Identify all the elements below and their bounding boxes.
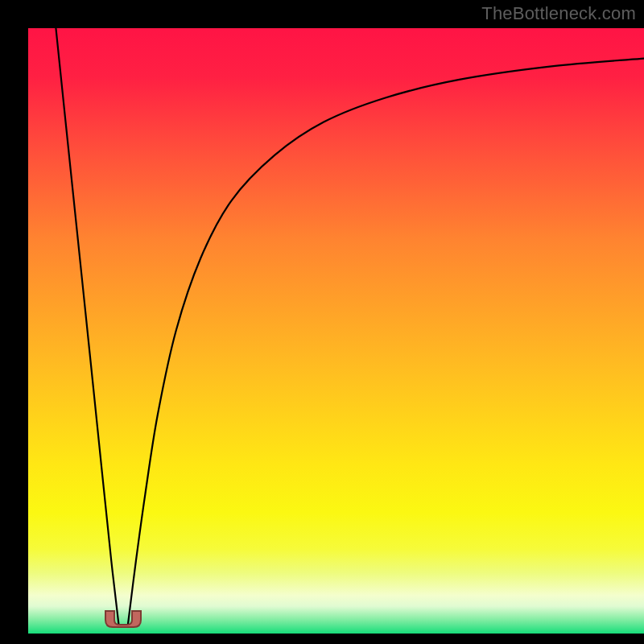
watermark-text: TheBottleneck.com [481,3,636,24]
plot-svg [28,28,644,634]
plot-area [28,28,644,634]
chart-frame: TheBottleneck.com [0,0,644,644]
gradient-background [28,28,644,634]
